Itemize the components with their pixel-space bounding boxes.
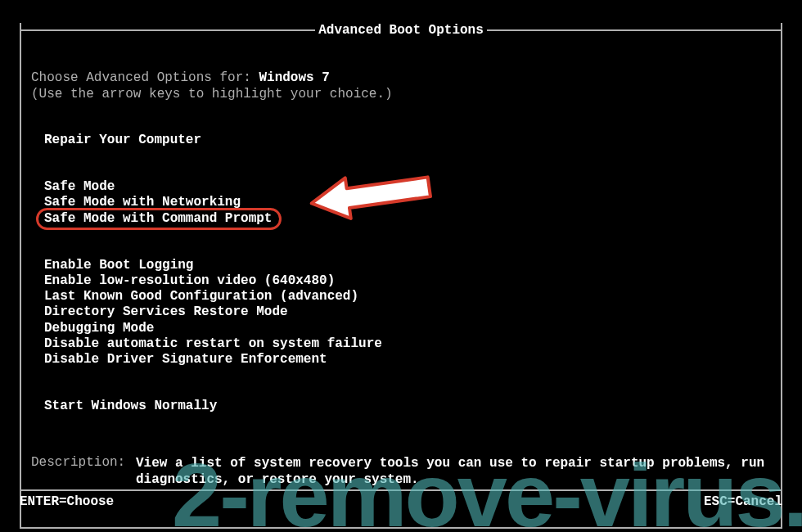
menu-safe-mode-cmd[interactable]: Safe Mode with Command Prompt	[44, 211, 272, 227]
description-block: Description: View a list of system recov…	[31, 455, 771, 488]
prompt-line: Choose Advanced Options for: Windows 7	[31, 70, 771, 85]
menu-boot-logging[interactable]: Enable Boot Logging	[44, 258, 771, 273]
menu-start-normally[interactable]: Start Windows Normally	[44, 399, 771, 414]
screen-frame: Choose Advanced Options for: Windows 7 (…	[20, 23, 782, 529]
menu-last-known-good[interactable]: Last Known Good Configuration (advanced)	[44, 289, 771, 304]
menu-safe-mode-cmd-wrap[interactable]: Safe Mode with Command Prompt	[44, 211, 272, 227]
keyboard-hint: (Use the arrow keys to highlight your ch…	[31, 87, 771, 101]
menu-debugging[interactable]: Debugging Mode	[44, 321, 771, 336]
footer-esc: ESC=Cancel	[704, 494, 782, 509]
content-area: Choose Advanced Options for: Windows 7 (…	[21, 23, 781, 488]
menu-low-res-video[interactable]: Enable low-resolution video (640x480)	[44, 273, 771, 289]
footer-enter: ENTER=Choose	[20, 494, 114, 509]
prompt-label: Choose Advanced Options for:	[31, 70, 259, 85]
menu-safe-mode[interactable]: Safe Mode	[44, 179, 771, 195]
description-label: Description:	[31, 455, 136, 488]
footer-bar: ENTER=Choose ESC=Cancel	[20, 489, 782, 509]
menu-disable-driver-sig[interactable]: Disable Driver Signature Enforcement	[44, 352, 771, 367]
menu-disable-auto-restart[interactable]: Disable automatic restart on system fail…	[44, 336, 771, 352]
menu-repair-computer[interactable]: Repair Your Computer	[44, 133, 771, 148]
menu-safe-mode-networking[interactable]: Safe Mode with Networking	[44, 195, 771, 210]
boot-menu[interactable]: Repair Your Computer Safe Mode Safe Mode…	[31, 133, 771, 414]
description-text: View a list of system recovery tools you…	[136, 455, 771, 488]
menu-ds-restore[interactable]: Directory Services Restore Mode	[44, 304, 771, 320]
os-name: Windows 7	[259, 70, 329, 85]
